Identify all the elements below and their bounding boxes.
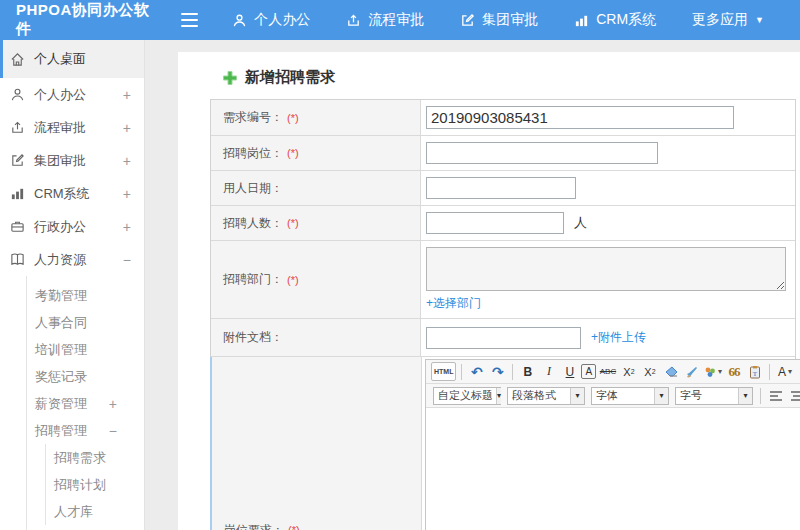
recruit-demand-form: 需求编号：(*) 招聘岗位：(*) 用人日期： 招聘人数：(*) 人 招聘部门：… [210,99,796,530]
sidebar-item-personal-office[interactable]: 个人办公 + [0,78,144,111]
caret-down-icon: ▾ [654,388,668,404]
sidebar-item-recruit-demand[interactable]: 招聘需求 [46,444,144,471]
expand-icon[interactable]: + [123,120,131,136]
top-menu: 个人办公 流程审批 集团审批 CRM系统 更多应用 ▼ [232,11,800,29]
text-border-button[interactable]: A [581,364,596,379]
background-color-button[interactable]: a▾ [796,362,800,381]
underline-button[interactable]: U [560,362,579,381]
subscript-button[interactable]: X2 [640,362,659,381]
font-size-dropdown[interactable]: 字号▾ [675,387,753,405]
attachment-label: 附件文档： [211,319,421,356]
demand-no-label: 需求编号：(*) [211,100,421,135]
content-card: 新增招聘需求 需求编号：(*) 招聘岗位：(*) 用人日期： 招聘人数：(*) … [178,52,800,530]
custom-heading-dropdown[interactable]: 自定义标题▾ [433,387,501,405]
sidebar-item-recruit-plan[interactable]: 招聘计划 [46,471,144,498]
position-input[interactable] [426,142,658,164]
expand-icon[interactable]: + [123,87,131,103]
expand-icon[interactable]: + [123,153,131,169]
attachment-upload-link[interactable]: +附件上传 [591,329,646,346]
bar-chart-icon [574,13,589,28]
user-icon [10,87,25,102]
form-row-hire-date: 用人日期： [211,171,795,206]
topmenu-process-approval[interactable]: 流程审批 [346,11,424,29]
svg-text:T: T [753,370,758,378]
sidebar-item-crm[interactable]: CRM系统 + [0,177,144,210]
sidebar-item-hr-contract[interactable]: 人事合同 [27,309,144,336]
caret-down-icon: ▾ [718,367,722,376]
sidebar: 个人桌面 个人办公 + 流程审批 + 集团审批 + CRM系统 + 行政办公 +… [0,40,145,530]
sidebar-item-recruit-mgmt[interactable]: 招聘管理− [27,417,144,444]
sidebar-item-training[interactable]: 培训管理 [27,336,144,363]
sidebar-item-human-resources[interactable]: 人力资源 − [0,243,144,276]
app-title: PHPOA协同办公软件 [0,1,159,39]
hire-date-input[interactable] [426,177,576,199]
eraser-icon[interactable] [661,362,680,381]
caret-down-icon: ▾ [738,388,752,404]
edit-icon [10,153,25,168]
sidebar-item-admin-office[interactable]: 行政办公 + [0,210,144,243]
topmenu-personal-office[interactable]: 个人办公 [232,11,310,29]
align-left-icon[interactable] [766,386,785,405]
expand-icon[interactable]: + [109,396,117,412]
form-row-job-requirements: 岗位要求：(*) HTML ↶ ↷ B I U A ABC X2 [210,357,795,530]
html-source-button[interactable]: HTML [431,362,456,381]
caret-down-icon: ▼ [755,16,764,25]
hamburger-menu-icon[interactable] [181,13,199,27]
sidebar-item-rewards[interactable]: 奖惩记录 [27,363,144,390]
recruit-submenu: 招聘需求 招聘计划 人才库 [45,444,144,525]
plus-icon [222,70,238,86]
italic-button[interactable]: I [539,362,558,381]
form-row-position: 招聘岗位：(*) [211,136,795,171]
caret-down-icon: ▾ [570,388,584,404]
hire-date-label: 用人日期： [211,171,421,205]
bold-button[interactable]: B [518,362,537,381]
expand-icon[interactable]: + [123,186,131,202]
home-icon [10,52,25,67]
collapse-icon[interactable]: − [123,252,131,268]
topmenu-group-approval[interactable]: 集团审批 [460,11,538,29]
department-label: 招聘部门：(*) [211,241,421,318]
caret-down-icon: ▾ [788,367,792,376]
select-department-link[interactable]: +选择部门 [426,295,481,312]
font-color-button[interactable]: A▾ [775,362,794,381]
topmenu-crm[interactable]: CRM系统 [574,11,656,29]
color-palette-icon[interactable]: ▾ [703,362,722,381]
sidebar-item-group-approval[interactable]: 集团审批 + [0,144,144,177]
demand-no-input[interactable] [426,106,734,129]
edit-icon [460,13,475,28]
font-family-dropdown[interactable]: 字体▾ [591,387,669,405]
collapse-icon[interactable]: − [109,423,117,439]
briefcase-icon [10,219,25,234]
sidebar-item-process-approval[interactable]: 流程审批 + [0,111,144,144]
paragraph-format-dropdown[interactable]: 段落格式▾ [507,387,585,405]
expand-icon[interactable]: + [123,219,131,235]
strikethrough-button[interactable]: ABC [598,362,617,381]
department-textarea[interactable] [426,247,786,291]
align-center-icon[interactable] [787,386,800,405]
caret-down-icon: ▾ [496,388,501,404]
editor-toolbar-row1: HTML ↶ ↷ B I U A ABC X2 X2 ▾ [426,360,800,384]
book-icon [10,252,25,267]
sidebar-item-personal-desktop[interactable]: 个人桌面 [0,40,144,78]
paste-icon[interactable]: T [745,362,764,381]
required-marker: (*) [288,524,300,530]
form-row-department: 招聘部门：(*) +选择部门 [211,241,795,319]
job-requirements-label: 岗位要求：(*) [212,357,422,530]
redo-icon[interactable]: ↷ [488,362,507,381]
headcount-input[interactable] [426,212,564,234]
required-marker: (*) [287,112,299,124]
topmenu-more-apps[interactable]: 更多应用 ▼ [692,11,764,29]
bar-chart-icon [10,186,25,201]
undo-icon[interactable]: ↶ [467,362,486,381]
attachment-input[interactable] [426,327,581,349]
sidebar-item-attendance[interactable]: 考勤管理 [27,282,144,309]
format-brush-icon[interactable] [682,362,701,381]
sidebar-item-talent-pool[interactable]: 人才库 [46,498,144,525]
sidebar-item-salary[interactable]: 薪资管理+ [27,390,144,417]
editor-content-area[interactable] [426,408,800,530]
blockquote-icon[interactable]: 66 [724,362,743,381]
superscript-button[interactable]: X2 [619,362,638,381]
rich-text-editor: HTML ↶ ↷ B I U A ABC X2 X2 ▾ [425,359,800,530]
position-label: 招聘岗位：(*) [211,136,421,170]
required-marker: (*) [287,274,299,286]
